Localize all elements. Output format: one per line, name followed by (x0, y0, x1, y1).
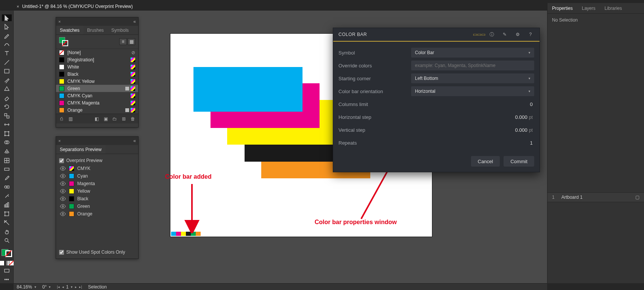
visibility-icon[interactable] (60, 181, 66, 187)
separation-row[interactable]: Magenta (59, 180, 135, 187)
eyedropper-tool[interactable] (2, 175, 12, 182)
artboard-tool[interactable] (2, 210, 12, 217)
tab-properties[interactable]: Properties (547, 3, 577, 13)
new-group-icon[interactable]: ▣ (103, 116, 109, 122)
artboard-nav[interactable]: |◂◂ 1 ▾▸▸| (57, 284, 82, 290)
tab-symbols[interactable]: Symbols (108, 26, 133, 34)
tab-libraries[interactable]: Libraries (600, 3, 627, 13)
panel-header[interactable]: × « (56, 137, 138, 145)
symbol-sprayer-tool[interactable] (2, 193, 12, 200)
commit-button[interactable]: Commit (504, 156, 534, 167)
pen-tool[interactable] (2, 32, 12, 39)
overprint-preview-checkbox[interactable]: Overprint Preview (59, 156, 135, 165)
zoom-tool[interactable] (2, 237, 12, 244)
tab-brushes[interactable]: Brushes (83, 26, 108, 34)
collapse-icon[interactable]: « (133, 138, 136, 143)
rectangle-tool[interactable] (2, 68, 12, 75)
new-folder-icon[interactable]: 🗀 (112, 116, 118, 122)
fill-stroke-mini[interactable] (59, 37, 68, 46)
direct-selection-tool[interactable] (2, 23, 12, 30)
swatch-row[interactable]: Black (56, 70, 138, 78)
visibility-icon[interactable] (60, 196, 66, 202)
line-tool[interactable] (2, 59, 12, 66)
popup-header[interactable]: COLOR BAR ▭▭▭ ⓘ ✎ ⚙ ? (333, 28, 540, 42)
swatch-row[interactable]: Orange (56, 106, 138, 114)
repeats-value[interactable]: 1 (411, 140, 534, 146)
eraser-tool[interactable] (2, 95, 12, 101)
width-tool[interactable] (2, 122, 12, 128)
selection-tool[interactable] (2, 14, 12, 21)
tab-separations[interactable]: Separations Preview (56, 145, 105, 154)
artboard-row[interactable]: 1 Artboard 1 ▢ (547, 192, 644, 202)
swatch-row[interactable]: CMYK Cyan (56, 92, 138, 99)
fill-stroke-indicator[interactable] (2, 249, 12, 257)
symbol-select[interactable]: Color Bar▾ (411, 48, 534, 58)
paintbrush-tool[interactable] (2, 77, 12, 84)
close-icon[interactable]: × (17, 4, 19, 9)
scale-tool[interactable] (2, 112, 12, 119)
color-bar-tab-icon[interactable]: ▭▭▭ (475, 31, 483, 38)
show-kinds-icon[interactable]: ▥ (67, 116, 73, 122)
mesh-tool[interactable] (2, 157, 12, 164)
free-transform-tool[interactable] (2, 130, 12, 137)
tab-layers[interactable]: Layers (577, 3, 600, 13)
column-graph-tool[interactable] (2, 201, 12, 208)
grid-view-icon[interactable]: ▦ (128, 38, 135, 45)
swatch-options-icon[interactable]: ◧ (94, 116, 100, 122)
info-icon[interactable]: ⓘ (488, 31, 496, 38)
hand-tool[interactable] (2, 228, 12, 235)
separation-row[interactable]: Orange (59, 210, 135, 218)
perspective-grid-tool[interactable] (2, 148, 12, 155)
panel-header[interactable]: × « (56, 17, 138, 26)
separation-row[interactable]: Black (59, 195, 135, 203)
swatch-row[interactable]: Green (56, 85, 138, 92)
show-spot-only-checkbox[interactable]: Show Used Spot Colors Only (59, 248, 135, 256)
swatch-row[interactable]: CMYK Magenta (56, 99, 138, 106)
library-icon[interactable]: ⎙ (58, 116, 64, 122)
separation-row[interactable]: Green (59, 203, 135, 210)
screen-mode-icon[interactable] (2, 268, 12, 274)
separation-row[interactable]: Cyan (59, 172, 135, 180)
new-swatch-icon[interactable]: ⊞ (121, 116, 127, 122)
shaper-tool[interactable] (2, 86, 12, 92)
visibility-icon[interactable] (60, 203, 66, 209)
type-tool[interactable] (2, 50, 12, 57)
starting-corner-select[interactable]: Left Bottom▾ (411, 73, 534, 83)
shape-builder-tool[interactable] (2, 139, 12, 146)
zoom-level[interactable]: 84.16%▾ (17, 284, 36, 290)
edit-toolbar-icon[interactable]: ••• (2, 276, 12, 283)
vertical-step-value[interactable]: 0.000pt (411, 127, 534, 133)
separation-row[interactable]: CMYK (59, 165, 135, 172)
document-tab[interactable]: × Untitled-1* @ 84.16 % (CMYK/CPU Overpr… (14, 3, 136, 10)
tool-icon[interactable]: ✎ (501, 31, 508, 38)
curvature-tool[interactable] (2, 41, 12, 48)
rotate-tool[interactable] (2, 103, 12, 110)
close-icon[interactable]: × (58, 19, 61, 24)
visibility-icon[interactable] (60, 173, 66, 179)
swatch-row[interactable]: [Registration] (56, 56, 138, 63)
cancel-button[interactable]: Cancel (471, 156, 500, 167)
collapse-icon[interactable]: « (133, 19, 136, 24)
tab-swatches[interactable]: Swatches (56, 26, 83, 34)
close-icon[interactable]: × (58, 139, 61, 143)
delete-icon[interactable]: 🗑 (130, 116, 136, 122)
override-colors-input[interactable] (411, 61, 534, 70)
separation-row[interactable]: Yellow (59, 187, 135, 195)
blend-tool[interactable] (2, 184, 12, 190)
gradient-tool[interactable] (2, 166, 12, 173)
artwork-rectangle[interactable] (193, 67, 303, 112)
rotate-angle[interactable]: 0°▾ (42, 284, 51, 290)
settings-icon[interactable]: ⚙ (514, 31, 521, 38)
slice-tool[interactable] (2, 220, 12, 226)
visibility-icon[interactable] (60, 211, 66, 217)
columns-limit-value[interactable]: 0 (411, 101, 534, 107)
help-icon[interactable]: ? (527, 31, 534, 38)
artboard-options-icon[interactable]: ▢ (635, 195, 639, 200)
orientation-select[interactable]: Horizontal▾ (411, 86, 534, 96)
swatch-row[interactable]: CMYK Yellow (56, 78, 138, 85)
horizontal-step-value[interactable]: 0.000pt (411, 114, 534, 120)
swatch-row[interactable]: [None]⊘ (56, 49, 138, 56)
visibility-icon[interactable] (60, 188, 66, 194)
swatch-row[interactable]: White (56, 63, 138, 70)
visibility-icon[interactable] (60, 165, 66, 172)
